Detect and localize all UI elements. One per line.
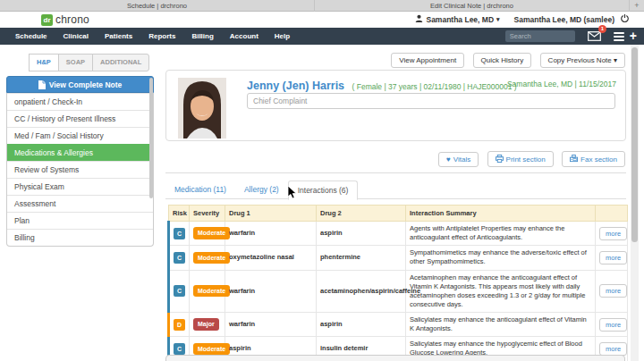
copy-previous-note-button[interactable]: Copy Previous Note ▾ (540, 53, 625, 68)
nav-item-label: Account (230, 32, 258, 40)
more-button[interactable]: more (599, 284, 627, 298)
sidebar-scrollbar-thumb[interactable] (149, 78, 153, 198)
printer-icon (496, 155, 504, 163)
note-section-list: onpatient / Check-InCC / History of Pres… (6, 93, 154, 247)
nav-item[interactable]: Reports (140, 28, 183, 45)
fax-section-button[interactable]: Fax section (562, 151, 625, 167)
note-section-item[interactable]: Med / Fam / Social History (7, 127, 153, 144)
note-section-item[interactable]: Review of Systems (7, 161, 153, 178)
user-account-label[interactable]: Samantha Lee, MD (samlee) (514, 15, 614, 24)
new-tab-button[interactable]: + (630, 0, 644, 11)
interactions-table: RiskSeverityDrug 1Drug 2Interaction Summ… (167, 205, 628, 361)
risk-badge: C (174, 343, 185, 355)
more-button[interactable]: more (599, 227, 627, 240)
note-type-tab-label: H&P (37, 58, 51, 66)
search-input[interactable] (505, 30, 575, 42)
logo-text: chrono (55, 13, 89, 26)
quick-history-button[interactable]: Quick History (473, 53, 532, 68)
table-row: C Moderate warfarin acetaminophen/aspiri… (169, 270, 628, 313)
nav-item-label: Schedule (15, 32, 47, 40)
messages-button[interactable]: 1 (588, 29, 603, 45)
mouse-cursor (287, 186, 298, 204)
messages-count-badge: 1 (598, 25, 606, 33)
browser-tab[interactable]: Schedule | drchrono (0, 0, 315, 12)
browser-tab-strip: Schedule | drchronoEdit Clinical Note | … (0, 0, 644, 12)
patient-name[interactable]: Jenny (Jen) Harris (247, 80, 344, 92)
severity-badge: Moderate (193, 285, 230, 297)
table-body: C Moderate warfarin aspirin Agents with … (169, 222, 628, 361)
logo-dr-icon: dr (41, 14, 53, 26)
drchrono-logo[interactable]: dr chrono (41, 13, 89, 26)
main-navbar: ScheduleClinicalPatientsReportsBillingAc… (0, 28, 644, 45)
note-section-item[interactable]: CC / History of Present Illness (7, 110, 153, 127)
medication-tab[interactable]: Allergy (2) (235, 180, 288, 198)
note-section-item[interactable]: Assessment (7, 195, 153, 212)
note-sections-sidebar: View Complete Note onpatient / Check-InC… (6, 76, 154, 247)
patient-photo (178, 78, 226, 139)
nav-item[interactable]: Patients (97, 28, 140, 45)
provider-and-date: Samantha Lee, MD | 11/15/2017 (507, 80, 616, 88)
page-scrollbar-thumb[interactable] (631, 47, 638, 242)
view-complete-note-button[interactable]: View Complete Note (6, 76, 154, 93)
note-section-label: Review of Systems (14, 165, 79, 174)
column-header: Severity (190, 206, 225, 222)
more-button[interactable]: more (599, 318, 627, 332)
note-type-tab[interactable]: ADDITIONAL (92, 54, 149, 71)
drug2-cell: phentermine (317, 246, 406, 270)
drug2-cell: acetaminophen/aspirin/caffeine (317, 270, 406, 313)
nav-item-label: Help (275, 32, 290, 40)
note-section-label: Med / Fam / Social History (14, 131, 104, 140)
column-header: Drug 1 (225, 206, 317, 222)
nav-item[interactable]: Billing (183, 28, 221, 45)
interaction-summary-cell: Acetaminophen may enhance the anticoagul… (406, 270, 596, 313)
drug1-cell: warfarin (225, 222, 317, 246)
add-button[interactable]: + (630, 28, 637, 45)
browser-tab-title: Edit Clinical Note | drchrono (430, 2, 513, 10)
note-section-item[interactable]: Medications & Allergies (7, 144, 153, 161)
note-section-item[interactable]: Billing (7, 229, 153, 246)
user-dropdown[interactable]: Samantha Lee, MD (426, 15, 494, 24)
interactions-table-wrap: RiskSeverityDrug 1Drug 2Interaction Summ… (167, 205, 626, 361)
more-button[interactable]: more (599, 251, 627, 264)
chief-complaint-input[interactable] (247, 93, 615, 109)
medication-tab[interactable]: Interactions (6) (288, 180, 359, 200)
nav-item-label: Clinical (64, 32, 89, 40)
nav-item[interactable]: Account (222, 28, 267, 45)
nav-item[interactable]: Schedule (7, 28, 55, 45)
risk-badge: C (174, 285, 185, 297)
note-type-tab[interactable]: H&P (29, 54, 59, 71)
note-type-tab[interactable]: SOAP (58, 54, 93, 71)
note-type-tab-label: ADDITIONAL (100, 58, 141, 66)
medication-tab[interactable]: Medication (11) (165, 180, 235, 198)
nav-item[interactable]: Help (267, 28, 298, 45)
browser-tabs: Schedule | drchronoEdit Clinical Note | … (0, 0, 630, 11)
note-section-label: Physical Exam (14, 182, 64, 191)
envelope-icon (588, 31, 601, 41)
hamburger-menu-icon[interactable] (614, 30, 624, 43)
risk-badge: D (174, 319, 185, 331)
interaction-summary-cell: Salicylates may enhance the anticoagulan… (406, 313, 596, 337)
drug1-cell: warfarin (225, 313, 317, 337)
note-section-item[interactable]: Physical Exam (7, 178, 153, 195)
more-button[interactable]: more (599, 342, 627, 356)
note-section-item[interactable]: onpatient / Check-In (7, 93, 153, 110)
vitals-button[interactable]: ♥Vitals (438, 152, 479, 167)
column-header: Interaction Summary (406, 206, 596, 222)
nav-item[interactable]: Clinical (55, 28, 97, 45)
medication-tab-label: Medication (11) (174, 185, 226, 194)
browser-tab[interactable]: Edit Clinical Note | drchrono (315, 0, 630, 12)
risk-badge: C (174, 252, 185, 264)
document-icon (38, 80, 46, 89)
note-section-item[interactable]: Plan (7, 212, 153, 229)
logout-power-icon[interactable] (618, 14, 631, 24)
table-header-row: RiskSeverityDrug 1Drug 2Interaction Summ… (169, 206, 628, 222)
view-appointment-button[interactable]: View Appointment (391, 53, 464, 68)
note-section-label: CC / History of Present Illness (14, 114, 115, 123)
section-divider (165, 172, 626, 173)
table-row: C Moderate oxymetazoline nasal phentermi… (169, 246, 628, 270)
print-section-button[interactable]: Print section (487, 151, 554, 167)
table-row: C Moderate warfarin aspirin Agents with … (169, 222, 628, 246)
browser-tab-title: Schedule | drchrono (127, 2, 187, 10)
heart-icon: ♥ (446, 155, 451, 164)
chevron-down-icon: ▾ (496, 16, 500, 23)
